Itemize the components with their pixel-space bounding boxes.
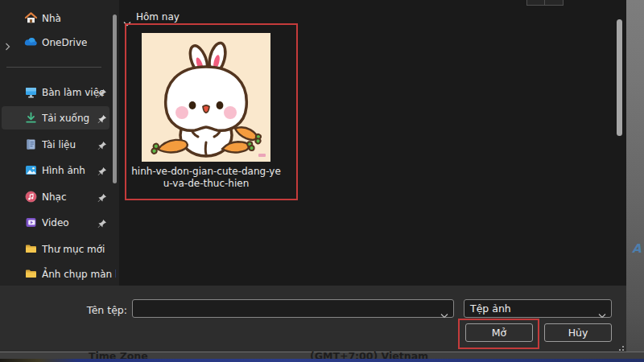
sidebar-item-label: Nhà [42, 6, 61, 31]
background-partial-text: A [632, 241, 642, 256]
chevron-down-icon [123, 14, 131, 20]
sidebar-item-screenshots[interactable]: Ảnh chụp màn h [0, 262, 119, 286]
screen: A Nhà OneDrive [0, 0, 644, 362]
sidebar-item-desktop[interactable]: Bàn làm việc [0, 80, 119, 105]
filetype-select[interactable]: Tệp ảnh [464, 299, 612, 318]
sidebar-item-music[interactable]: Nhạc [0, 185, 119, 209]
music-icon [24, 190, 38, 204]
sidebar-item-video[interactable]: Video [0, 211, 119, 235]
pin-icon[interactable] [97, 87, 107, 97]
folder-icon [24, 242, 38, 256]
pin-icon[interactable] [97, 217, 107, 228]
sidebar-item-downloads[interactable]: Tải xuống [0, 106, 119, 130]
file-open-dialog: Nhà OneDrive Bàn làm việc [0, 0, 626, 352]
toolbar-button-stub[interactable] [526, 0, 546, 6]
home-icon [24, 11, 38, 25]
sidebar-item-pictures[interactable]: Hình ảnh [0, 158, 119, 183]
file-item[interactable]: hinh-ve-don-gian-cute-dang-ye u-va-de-th… [142, 33, 270, 191]
background-window-right-strip [626, 0, 644, 362]
sidebar-item-home[interactable]: Nhà [0, 6, 119, 31]
sidebar-item-documents[interactable]: Tài liệu [0, 133, 119, 157]
filetype-selected-value: Tệp ảnh [470, 302, 511, 315]
group-header-today[interactable]: Hôm nay [123, 11, 180, 23]
dialog-footer [0, 286, 626, 352]
sidebar-item-label: Tài liệu [42, 133, 76, 157]
sidebar-item-label: Nhạc [42, 185, 67, 209]
content-scrollbar[interactable] [617, 19, 622, 136]
filename-label: Tên tệp: [64, 304, 127, 316]
file-name: hinh-ve-don-gian-cute-dang-ye u-va-de-th… [124, 166, 288, 190]
sidebar-item-label: Thư mục mới [42, 237, 105, 261]
pin-icon[interactable] [97, 165, 107, 175]
sidebar-item-label: Video [42, 211, 69, 235]
pictures-icon [24, 163, 38, 177]
filename-combobox[interactable] [132, 299, 454, 318]
pin-icon[interactable] [97, 113, 107, 123]
sidebar-scrollbar[interactable] [113, 14, 117, 183]
sidebar-divider [6, 67, 101, 68]
sidebar-item-label: Bàn làm việc [42, 80, 105, 105]
sidebar-item-new-folder[interactable]: Thư mục mới [0, 237, 119, 261]
onedrive-icon [24, 35, 38, 49]
bottom-edge-strip [0, 359, 644, 362]
resize-grip[interactable] [615, 339, 625, 349]
pin-icon[interactable] [97, 191, 107, 202]
file-name-line2: u-va-de-thuc-hien [124, 178, 288, 190]
sidebar-item-label: OneDrive [42, 31, 87, 55]
file-thumbnail-image [142, 33, 270, 162]
chevron-right-icon[interactable] [5, 39, 10, 47]
video-icon [24, 216, 38, 229]
toolbar-button-stub[interactable] [544, 0, 564, 6]
sidebar-item-label: Ảnh chụp màn h [42, 262, 116, 286]
documents-icon [24, 138, 38, 151]
filename-input[interactable] [136, 301, 445, 318]
chevron-down-icon[interactable] [598, 306, 606, 312]
sidebar-item-label: Tải xuống [42, 106, 89, 130]
sidebar-item-onedrive[interactable]: OneDrive [0, 31, 119, 55]
pin-icon[interactable] [97, 139, 107, 150]
download-icon [24, 111, 38, 125]
desktop-icon [24, 85, 38, 99]
folder-icon [24, 267, 38, 281]
group-header-label: Hôm nay [136, 11, 180, 23]
sidebar-item-label: Hình ảnh [42, 158, 85, 183]
file-name-line1: hinh-ve-don-gian-cute-dang-ye [124, 166, 288, 178]
open-button[interactable]: Mở [465, 323, 533, 342]
cancel-button[interactable]: Hủy [544, 323, 612, 342]
chevron-down-icon[interactable] [440, 306, 448, 312]
